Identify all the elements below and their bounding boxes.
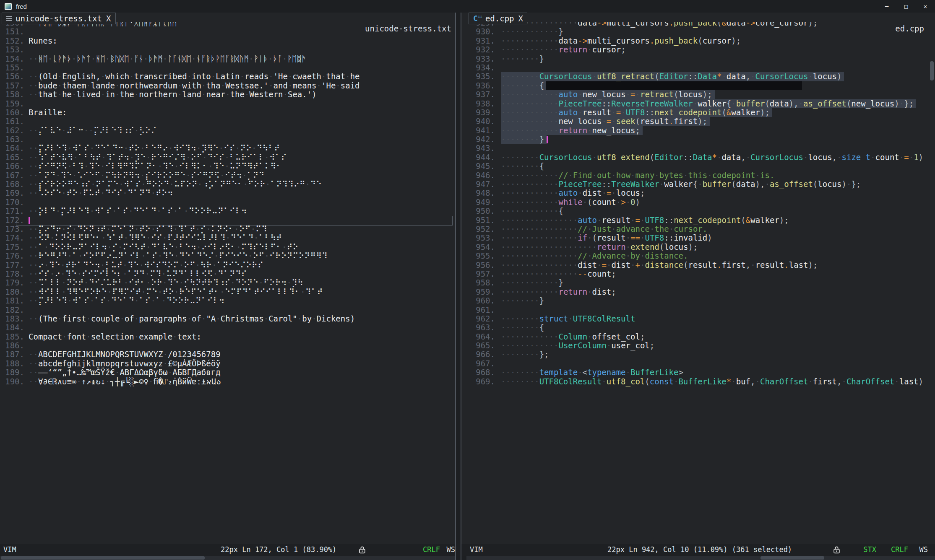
editor-line[interactable]: 955.················//·Advance·by·distan…	[466, 251, 929, 260]
editor-line[interactable]: 180.··⠺⠊⠇⠇·⠹⠻⠑⠋⠕⠗⠑·⠏⠻⠍⠊⠞·⠍⠑·⠞⠕·⠗⠑⠏⠑⠁⠞⠂·⠑…	[0, 288, 455, 296]
editor-line[interactable]: 969.········UTF8ColResult·utf8_col(const…	[466, 377, 929, 386]
editor-line[interactable]: 953.················if·(result·==·UTF8::…	[466, 233, 929, 242]
editor-line[interactable]: 190.··∀∂∈ℝ∧∪≡∞·↑↗↨↻⇣·┐┼╔╘░►☺♀·ﬁ�⑀₂ἠḂӥẄɐː…	[0, 377, 455, 386]
editor-line[interactable]: 954.····················return·extend(lo…	[466, 243, 929, 251]
editor-line[interactable]: 171.··⡕⠇⠙·⡍⠜⠇⠑⠹·⠺⠁⠎·⠁⠎·⠙⠑⠁⠙·⠁⠎·⠁·⠙⠕⠕⠗⠤⠝⠁…	[0, 207, 455, 215]
editor-line[interactable]: 940.············new_locus·=·seek(result.…	[466, 117, 929, 126]
editor-line[interactable]: 185.Compact·font·selection·example·text:	[0, 332, 455, 341]
right-editor-pane[interactable]: 929.················data->multi_cursors.…	[466, 22, 929, 544]
editor-line[interactable]: 931.············data->multi_cursors.push…	[466, 36, 929, 45]
editor-line[interactable]: 930.············}	[466, 27, 929, 36]
editor-line[interactable]: 166.··⠎⠊⠛⠝⠫·⠃⠹·⠹⠑·⠊⠇⠻⠛⠹⠍⠁⠝⠂·⠹⠑·⠊⠇⠻⠅⠂·⠹⠑·…	[0, 162, 455, 171]
left-editor-pane[interactable]: 150.··ᚠᛇᚻ᛫ᛒᛦᚦ᛫ᚠᚱᚩᚠᚢᚱ᛫ᚠᛁᚱᚪ᛫ᚷᛖᚻᚹᛦᛚᚳᚢᛗ151.1…	[0, 22, 455, 544]
editor-line[interactable]: 936.········{	[466, 81, 929, 90]
editor-line[interactable]: 929.················data->multi_cursors.…	[466, 22, 929, 27]
minimize-icon: ─	[885, 3, 888, 10]
line-number: 932.	[466, 45, 495, 54]
editor-line[interactable]: 961.	[466, 306, 929, 314]
editor-line[interactable]: 968.········template·<typename·BufferLik…	[466, 368, 929, 377]
editor-line[interactable]: 951.················auto·result·=·UTF8::…	[466, 216, 929, 225]
editor-line[interactable]: 963.········{	[466, 323, 929, 332]
editor-line[interactable]: 937.············auto·new_locus·=·retract…	[466, 90, 929, 99]
editor-line[interactable]: 939.············auto·result·=·UTF8::next…	[466, 108, 929, 117]
editor-line[interactable]: 168.··⡎⠊⠗⠕⠕⠛⠑⠰⠎·⠝⠁⠍⠑·⠺⠁⠎·⠛⠕⠕⠙·⠥⠏⠕⠝·⠰⡡⠁⠝⠛…	[0, 180, 455, 189]
editor-line[interactable]: 169.··⠡⠕⠎⠑·⠞⠕·⠏⠥⠞·⠙⠊⠎·⠙⠁⠝⠙·⠞⠕⠲	[0, 189, 455, 197]
editor-line[interactable]: 948.············auto·dist·=·locus;	[466, 189, 929, 197]
editor-line[interactable]: 956.················dist·=·dist·+·distan…	[466, 261, 929, 270]
editor-line[interactable]: 167.··⠁⠝⠙·⠹⠑·⠡⠊⠑⠋·⠍⠳⠗⠝⠻⠲·⡎⠊⠗⠕⠕⠛⠑·⠎⠊⠛⠝⠫·⠊…	[0, 171, 455, 180]
editor-line[interactable]: 159.	[0, 99, 455, 108]
tab-ed-cpp[interactable]: C++ ed.cpp X	[469, 13, 527, 24]
editor-line[interactable]: 182.	[0, 306, 455, 314]
editor-line[interactable]: 967.	[466, 359, 929, 368]
editor-line[interactable]: 944.········CursorLocus·utf8_extend(Edit…	[466, 153, 929, 162]
editor-line[interactable]: 943.	[466, 144, 929, 153]
maximize-button[interactable]: □	[896, 0, 916, 13]
editor-line[interactable]: 164.··⡍⠜⠇⠑⠹·⠺⠁⠎·⠙⠑⠁⠙⠒·⠞⠕·⠃⠑⠛⠔·⠺⠊⠹⠲·⡹⠻⠑·⠊…	[0, 144, 455, 153]
editor-line[interactable]: 177.··⠔·⠹⠑·⠞⠗⠁⠙⠑⠲·⡃⠥⠞·⠹⠑·⠺⠊⠎⠙⠕⠍·⠕⠋·⠳⠗·⠁⠝…	[0, 261, 455, 270]
editor-line[interactable]: 959.············return·dist;	[466, 288, 929, 296]
selected-text: ········}	[501, 135, 547, 144]
editor-line[interactable]: 157.··bude·thaem·lande·northweardum·with…	[0, 81, 455, 90]
editor-line[interactable]: 958.············}	[466, 278, 929, 287]
editor-line[interactable]: 186.	[0, 341, 455, 350]
editor-line[interactable]: 962.········struct·UTF8ColResult	[466, 314, 929, 323]
editor-line[interactable]: 176.··⠗⠑⠛⠜⠙·⠁·⠊⠕⠋⠋⠔⠤⠝⠁⠊⠇·⠁⠎·⠹⠑·⠙⠑⠁⠙⠑⠌·⠏⠊…	[0, 251, 455, 260]
left-horizontal-scrollbar-thumb[interactable]	[1, 556, 205, 560]
editor-line[interactable]: 964.············Column·offset_col;	[466, 332, 929, 341]
editor-line[interactable]: 175.··⠁·⠙⠕⠕⠗⠤⠝⠁⠊⠇⠲·⡊·⠍⠊⠣⠞·⠙⠁⠧⠑·⠃⠑⠲·⠔⠊⠇⠔⠫…	[0, 243, 455, 251]
editor-line[interactable]: 178.··⠊⠎·⠔·⠹⠑·⠎⠊⠍⠊⠇⠑⠆·⠁⠝⠙·⠍⠹·⠥⠝⠙⠁⠇⠇⠪⠫·⠙⠁…	[0, 270, 455, 278]
editor-line[interactable]: 170.	[0, 198, 455, 207]
editor-line[interactable]: 942.········}	[466, 135, 929, 144]
editor-line[interactable]: 154.··ᚻᛖ·ᚳᚹᚫᚦ·ᚦᚫᛏ·ᚻᛖ·ᛒᚢᛞᛖ·ᚩᚾ·ᚦᚫᛗ·ᛚᚪᚾᛞᛖ·ᚾ…	[0, 54, 455, 63]
cpp-file-icon: C++	[473, 15, 482, 22]
editor-line[interactable]: 187.··ABCDEFGHIJKLMNOPQRSTUVWXYZ·/012345…	[0, 350, 455, 359]
editor-line[interactable]: 184.	[0, 323, 455, 332]
right-vertical-scrollbar-thumb[interactable]	[930, 61, 934, 80]
editor-line[interactable]: 946.············//·Find·out·how·many·byt…	[466, 171, 929, 180]
tab-close-button[interactable]: X	[518, 14, 523, 23]
editor-line[interactable]: 949.············while·(count·>·0)	[466, 198, 929, 207]
editor-line[interactable]: 162.··⡌⠁⠧⠑·⠼⠁⠒··⡍⠜⠇⠑⠹⠰⠎·⡣⠕⠌	[0, 126, 455, 135]
editor-line[interactable]: 156.··(Old·English,·which·transcribed·in…	[0, 72, 455, 81]
right-horizontal-scrollbar-thumb[interactable]	[761, 556, 824, 560]
editor-line[interactable]: 957.················--count;	[466, 270, 929, 278]
editor-line[interactable]: 965.············UserColumn·user_col;	[466, 341, 929, 350]
editor-line[interactable]: 161.	[0, 117, 455, 126]
editor-line[interactable]: 158.··that·he·lived·in·the·northern·land…	[0, 90, 455, 99]
editor-line[interactable]: 173.··⡍⠔⠙⠖·⡊·⠙⠕⠝⠰⠞·⠍⠑⠁⠝·⠞⠕·⠎⠁⠹·⠹⠁⠞·⡊·⠅⠝⠪…	[0, 225, 455, 233]
editor-line[interactable]: 941.············return·new_locus;	[466, 126, 929, 135]
minimize-button[interactable]: ─	[877, 0, 896, 13]
editor-line[interactable]: 155.	[0, 63, 455, 72]
editor-line[interactable]: 932.············return·cursor;	[466, 45, 929, 54]
pane-divider[interactable]	[455, 13, 461, 560]
editor-line[interactable]: 188.··abcdefghijklmnopqrstuvwxyz·£©µÀÆÖÞ…	[0, 359, 455, 368]
editor-line[interactable]: 160.Braille:	[0, 108, 455, 117]
editor-line[interactable]: 165.··⠱⠁⠞⠑⠧⠻·⠁⠃⠳⠞·⠹⠁⠞⠲·⡹⠑·⠗⠑⠛⠊⠌⠻·⠕⠋·⠙⠊⠎·…	[0, 153, 455, 162]
line-number: 183.	[0, 314, 24, 323]
line-number: 948.	[466, 189, 495, 197]
editor-line[interactable]: 153.	[0, 45, 455, 54]
editor-line[interactable]: 960.········}	[466, 296, 929, 305]
editor-line[interactable]: 945.········{	[466, 162, 929, 171]
tab-close-button[interactable]: X	[106, 14, 111, 23]
filename-overlay-right: ed.cpp	[895, 24, 924, 33]
editor-line[interactable]: 183.··(The·first·couple·of·paragraphs·of…	[0, 314, 455, 323]
editor-line[interactable]: 174.··⠪⠝·⠅⠝⠪⠇⠫⠛⠑⠂·⠱⠁⠞·⠹⠻⠑·⠊⠎·⠏⠜⠞⠊⠊⠥⠇⠜⠇⠹·…	[0, 233, 455, 242]
editor-line[interactable]: 189.··–—‘“”„†•…‰™œŠŸž€·ΑΒΓΔΩαβγδω·АБВГДа…	[0, 368, 455, 377]
editor-line[interactable]: 952.················//·Just·advance·the·…	[466, 225, 929, 233]
editor-line[interactable]: 179.··⠩⠁⠇⠇·⠝⠕⠞·⠙⠊⠌⠥⠗⠃·⠊⠞⠂·⠕⠗·⠹⠑·⡊⠳⠝⠞⠗⠹⠰⠎…	[0, 278, 455, 287]
editor-line[interactable]: 933.········}	[466, 54, 929, 63]
editor-line[interactable]: 934.	[466, 63, 929, 72]
editor-line[interactable]: 935.········CursorLocus·utf8_retract(Edi…	[466, 72, 929, 81]
editor-line[interactable]: 163.	[0, 135, 455, 144]
editor-line[interactable]: 966.········};	[466, 350, 929, 359]
editor-line[interactable]: 950.············{	[466, 207, 929, 215]
editor-line[interactable]: 947.············PieceTree::TreeWalker·wa…	[466, 180, 929, 189]
editor-line[interactable]: 152.Runes:	[0, 36, 455, 45]
close-button[interactable]: ✕	[916, 0, 935, 13]
editor-line[interactable]: 938.············PieceTree::ReverseTreeWa…	[466, 99, 929, 108]
tab-unicode-stress[interactable]: unicode-stress.txt X	[2, 13, 116, 24]
editor-line[interactable]: 172.	[0, 216, 455, 225]
editor-line[interactable]: 181.··⡍⠜⠇⠑⠹·⠺⠁⠎·⠁⠎·⠙⠑⠁⠙·⠁⠎·⠁·⠙⠕⠕⠗⠤⠝⠁⠊⠇⠲	[0, 296, 455, 305]
